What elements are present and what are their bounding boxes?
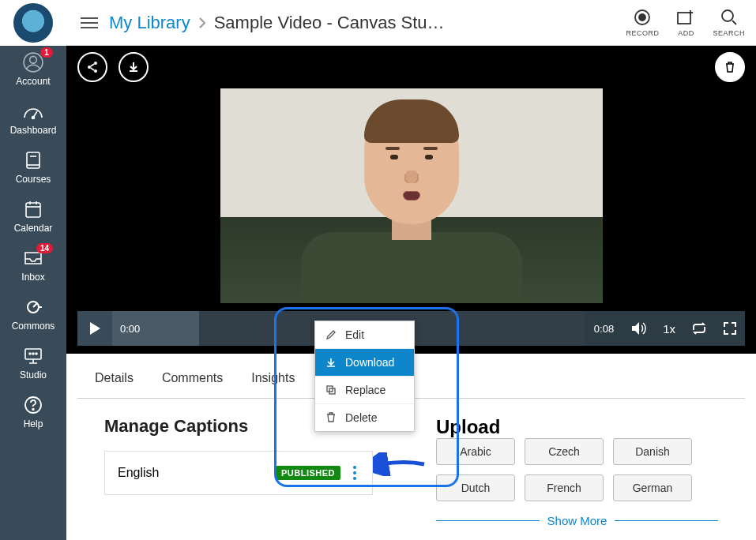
nav-inbox[interactable]: 14 Inbox	[0, 242, 66, 291]
svg-point-25	[94, 62, 97, 65]
svg-point-1	[30, 56, 37, 63]
record-button[interactable]: RECORD	[626, 9, 659, 37]
show-more-row: Show More	[436, 514, 718, 527]
global-nav: 1 Account Dashboard Courses Calendar 14 …	[0, 0, 66, 540]
svg-point-26	[88, 66, 91, 69]
nav-account[interactable]: 1 Account	[0, 46, 66, 95]
video-duration: 0:08	[585, 323, 623, 335]
svg-rect-6	[26, 203, 40, 217]
play-button[interactable]	[77, 311, 112, 346]
loop-button[interactable]	[683, 322, 715, 335]
loop-icon	[691, 322, 707, 335]
caption-options-button[interactable]	[350, 463, 359, 483]
menu-item-download[interactable]: Download	[315, 349, 414, 377]
fullscreen-button[interactable]	[715, 321, 745, 336]
upload-heading: Upload	[436, 416, 718, 438]
tab-comments[interactable]: Comments	[160, 368, 224, 388]
fullscreen-icon	[723, 321, 737, 336]
breadcrumb-library-link[interactable]: My Library	[109, 13, 190, 33]
institution-logo[interactable]	[0, 0, 66, 46]
add-button[interactable]: ADD	[676, 9, 695, 37]
upload-chip[interactable]: German	[613, 474, 692, 501]
tab-insights[interactable]: Insights	[250, 368, 296, 388]
annotation-arrow	[373, 452, 428, 476]
commons-icon	[24, 298, 43, 316]
nav-studio[interactable]: Studio	[0, 339, 66, 388]
caption-options-menu: Edit Download Replace Delete	[314, 321, 415, 432]
published-badge: PUBLISHED	[276, 466, 340, 480]
volume-button[interactable]	[623, 321, 655, 336]
help-icon	[24, 396, 43, 414]
video-frame[interactable]	[220, 88, 603, 303]
video-player-area: 0:00 0:08 1x	[66, 46, 756, 354]
play-icon	[88, 321, 101, 336]
trash-icon	[325, 411, 337, 424]
video-toolbar	[66, 46, 756, 88]
download-icon	[127, 61, 140, 73]
show-more-button[interactable]: Show More	[547, 514, 607, 527]
replace-icon	[325, 384, 337, 396]
upload-chip[interactable]: Czech	[525, 438, 604, 465]
page-header: My Library Sample Video - Canvas Stu… RE…	[66, 0, 756, 46]
share-icon	[86, 61, 99, 73]
delete-video-button[interactable]	[715, 52, 745, 82]
search-button[interactable]: SEARCH	[713, 9, 745, 37]
book-icon	[24, 151, 42, 170]
search-icon	[720, 9, 738, 26]
record-icon	[634, 9, 651, 26]
hamburger-button[interactable]	[77, 11, 101, 35]
svg-point-24	[722, 10, 733, 21]
svg-point-17	[32, 353, 34, 354]
upload-chip[interactable]: French	[525, 474, 604, 501]
speed-button[interactable]: 1x	[655, 322, 683, 336]
menu-item-delete[interactable]: Delete	[315, 404, 414, 431]
download-video-button[interactable]	[118, 52, 149, 82]
upload-chip[interactable]: Danish	[613, 438, 692, 465]
svg-point-27	[94, 69, 97, 73]
chevron-right-icon	[198, 17, 206, 29]
nav-calendar[interactable]: Calendar	[0, 193, 66, 242]
nav-help[interactable]: Help	[0, 388, 66, 437]
svg-point-18	[36, 353, 37, 354]
caption-row: English PUBLISHED	[104, 451, 373, 495]
pencil-icon	[325, 328, 337, 341]
manage-captions-column: Manage Captions English PUBLISHED	[104, 416, 373, 527]
video-progress-played[interactable]: 0:00	[112, 311, 199, 346]
menu-item-replace[interactable]: Replace	[315, 377, 414, 404]
svg-rect-23	[678, 13, 690, 24]
svg-point-2	[32, 117, 35, 119]
tab-details[interactable]: Details	[93, 368, 135, 388]
nav-courses[interactable]: Courses	[0, 144, 66, 193]
trash-icon	[724, 61, 735, 73]
calendar-icon	[24, 200, 43, 219]
account-badge: 1	[40, 47, 53, 58]
svg-point-16	[29, 353, 31, 354]
nav-dashboard[interactable]: Dashboard	[0, 95, 66, 144]
volume-icon	[631, 321, 647, 336]
svg-point-20	[32, 409, 34, 411]
caption-language: English	[118, 466, 266, 480]
studio-icon	[23, 347, 43, 365]
share-button[interactable]	[77, 52, 107, 82]
svg-rect-3	[27, 152, 39, 168]
current-time: 0:00	[120, 323, 140, 335]
upload-column: Upload Arabic Czech Danish Dutch French …	[436, 416, 718, 527]
nav-commons[interactable]: Commons	[0, 291, 66, 339]
inbox-badge: 14	[36, 243, 53, 253]
breadcrumb-current: Sample Video - Canvas Stu…	[214, 13, 445, 33]
upload-chip[interactable]: Arabic	[436, 438, 515, 465]
svg-point-22	[639, 14, 645, 21]
upload-chip[interactable]: Dutch	[436, 474, 515, 501]
add-icon	[676, 9, 695, 26]
breadcrumb: My Library Sample Video - Canvas Stu…	[109, 13, 618, 33]
download-icon	[325, 356, 337, 369]
gauge-icon	[23, 103, 43, 119]
upload-language-grid: Arabic Czech Danish Dutch French German	[436, 438, 718, 501]
menu-item-edit[interactable]: Edit	[315, 321, 414, 349]
